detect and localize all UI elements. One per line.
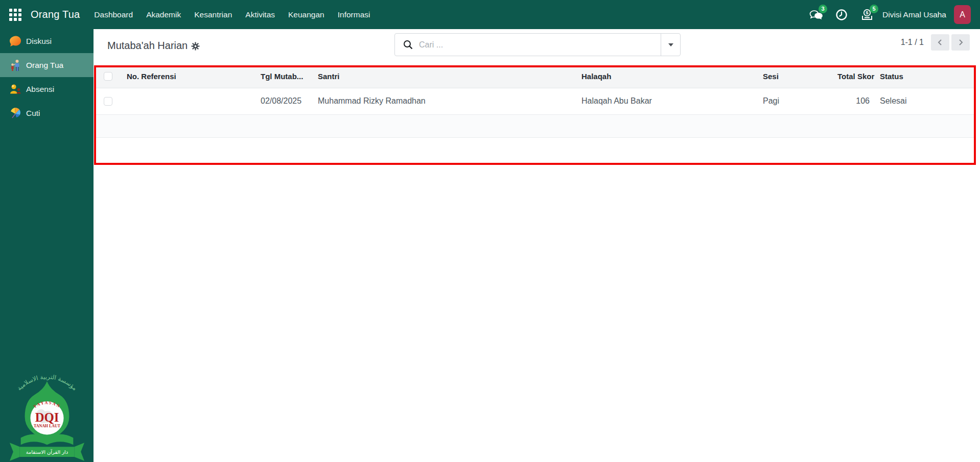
search-icon [403, 40, 413, 50]
menu-dashboard[interactable]: Dashboard [94, 10, 133, 19]
sidebar-item-cuti[interactable]: Cuti [0, 101, 94, 125]
search-filter-toggle[interactable] [661, 34, 680, 56]
header-santri[interactable]: Santri [313, 65, 576, 88]
svg-text:TANAH LAUT: TANAH LAUT [34, 424, 61, 428]
messages-icon[interactable]: 3 [809, 8, 823, 22]
header-sesi[interactable]: Sesi [758, 65, 832, 88]
sidebar: Diskusi Orang Tua [0, 29, 94, 462]
parents-people-icon [9, 59, 22, 72]
svg-text:$: $ [866, 10, 869, 15]
sidebar-item-diskusi[interactable]: Diskusi [0, 29, 94, 53]
pager: 1-1 / 1 [901, 34, 970, 51]
page-title: Mutaba'ah Harian [107, 40, 188, 52]
attendance-person-icon [9, 83, 22, 96]
main-content: Mutaba'ah Harian [94, 29, 980, 462]
menu-keuangan[interactable]: Keuangan [288, 10, 324, 19]
sidebar-item-label: Absensi [26, 85, 54, 94]
navbar-right-systray: 3 $ 5 Divisi Amal Usaha A [798, 5, 971, 24]
table-header-row: No. Referensi Tgl Mutab... Santri Halaqa… [94, 65, 976, 88]
apps-menu-icon[interactable] [9, 9, 21, 21]
svg-text:دار القرآن الاستقامة: دار القرآن الاستقامة [26, 449, 67, 455]
discuss-chat-icon [9, 35, 22, 48]
search-bar [394, 33, 681, 56]
cell-no-referensi [122, 88, 255, 114]
svg-text:DQI: DQI [35, 410, 59, 424]
menu-akademik[interactable]: Akademik [146, 10, 181, 19]
empty-stripe-row [94, 114, 976, 137]
sidebar-item-label: Cuti [26, 109, 40, 118]
user-company-label[interactable]: Divisi Amal Usaha [882, 10, 946, 19]
foundation-logo: مؤسسة التربية الاسلامية YAYASAN DQI TANA… [0, 368, 94, 462]
row-select-cell [94, 88, 122, 114]
chevron-down-icon [668, 43, 673, 46]
menu-informasi[interactable]: Informasi [338, 10, 370, 19]
cell-halaqah: Halaqah Abu Bakar [576, 88, 758, 114]
app-title[interactable]: Orang Tua [31, 9, 80, 20]
timeoff-pinwheel-icon [9, 107, 22, 120]
empty-blank-row [94, 137, 976, 161]
list-view: No. Referensi Tgl Mutab... Santri Halaqa… [94, 65, 976, 161]
select-all-header [94, 65, 122, 88]
user-avatar[interactable]: A [954, 5, 971, 24]
activities-clock-icon[interactable] [834, 8, 849, 22]
cell-total-skor: 106 [832, 88, 875, 114]
pager-next-button[interactable] [951, 34, 970, 51]
sidebar-item-label: Orang Tua [26, 61, 63, 70]
sidebar-item-absensi[interactable]: Absensi [0, 77, 94, 101]
cell-santri: Muhammad Rizky Ramadhan [313, 88, 576, 114]
control-panel: Mutaba'ah Harian [94, 29, 980, 65]
pager-previous-button[interactable] [931, 34, 949, 51]
collection-money-icon[interactable]: $ 5 [860, 8, 874, 22]
pager-range-label: 1-1 / 1 [901, 38, 924, 47]
select-all-checkbox[interactable] [104, 72, 112, 81]
main-menu: Dashboard Akademik Kesantrian Aktivitas … [94, 10, 370, 19]
messages-count-badge: 3 [819, 5, 827, 13]
top-navbar: Orang Tua Dashboard Akademik Kesantrian … [0, 0, 980, 29]
sidebar-item-label: Diskusi [26, 37, 52, 46]
gear-actions-icon[interactable] [191, 42, 200, 51]
row-checkbox[interactable] [104, 97, 112, 106]
search-input[interactable] [419, 40, 661, 50]
header-tgl-mutabaah[interactable]: Tgl Mutab... [255, 65, 313, 88]
breadcrumb: Mutaba'ah Harian [107, 40, 200, 52]
menu-kesantrian[interactable]: Kesantrian [194, 10, 232, 19]
cell-status: Selesai [875, 88, 976, 114]
activities-count-badge: 5 [870, 5, 878, 13]
header-status[interactable]: Status [875, 65, 976, 88]
table-row[interactable]: 02/08/2025 Muhammad Rizky Ramadhan Halaq… [94, 88, 976, 114]
header-no-referensi[interactable]: No. Referensi [122, 65, 255, 88]
menu-aktivitas[interactable]: Aktivitas [245, 10, 275, 19]
header-total-skor[interactable]: Total Skor [832, 65, 875, 88]
cell-tgl-mutabaah: 02/08/2025 [255, 88, 313, 114]
header-halaqah[interactable]: Halaqah [576, 65, 758, 88]
cell-sesi: Pagi [758, 88, 832, 114]
sidebar-item-orang-tua[interactable]: Orang Tua [0, 53, 94, 77]
app-window: Orang Tua Dashboard Akademik Kesantrian … [0, 0, 980, 462]
